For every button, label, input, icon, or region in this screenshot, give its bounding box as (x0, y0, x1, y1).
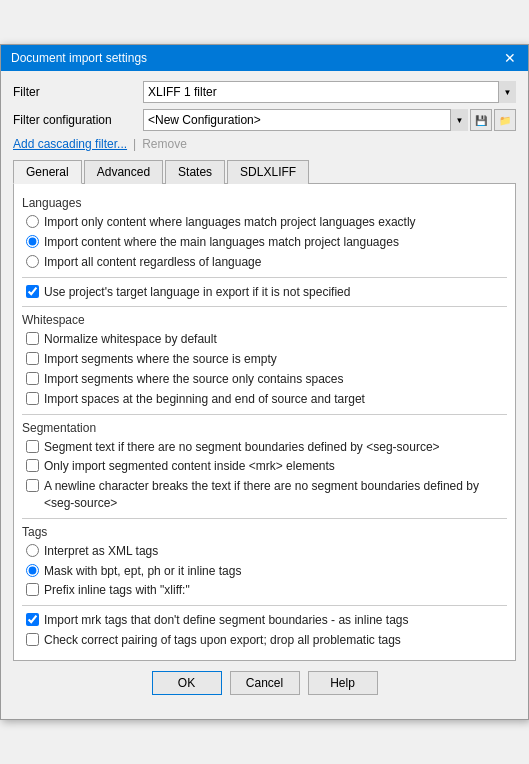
add-cascading-link[interactable]: Add cascading filter... (13, 137, 127, 151)
tabs-bar: General Advanced States SDLXLIFF (13, 159, 516, 184)
filter-config-control: <New Configuration> ▼ 💾 📁 (143, 109, 516, 131)
lang-radio-input-3[interactable] (26, 255, 39, 268)
lang-radio-input-2[interactable] (26, 235, 39, 248)
save-icon: 💾 (475, 115, 487, 126)
tab-general[interactable]: General (13, 160, 82, 184)
ws-label-2: Import segments where the source is empt… (44, 351, 277, 368)
seg-checkbox-3[interactable] (26, 479, 39, 492)
segmentation-top-divider (22, 414, 507, 415)
save-config-button[interactable]: 💾 (470, 109, 492, 131)
ws-row-3: Import segments where the source only co… (22, 371, 507, 388)
lang-checkbox-label: Use project's target language in export … (44, 284, 350, 301)
whitespace-heading: Whitespace (22, 313, 507, 327)
filter-row: Filter XLIFF 1 filter ▼ (13, 81, 516, 103)
folder-icon: 📁 (499, 115, 511, 126)
tag-check-row: Prefix inline tags with "xliff:" (22, 582, 507, 599)
filter-config-label: Filter configuration (13, 113, 143, 127)
title-bar: Document import settings ✕ (1, 45, 528, 71)
ws-checkbox-2[interactable] (26, 352, 39, 365)
seg-label-3: A newline character breaks the text if t… (44, 478, 507, 512)
tags-heading: Tags (22, 525, 507, 539)
document-import-dialog: Document import settings ✕ Filter XLIFF … (0, 44, 529, 720)
tab-advanced[interactable]: Advanced (84, 160, 163, 184)
lang-divider (22, 277, 507, 278)
remove-link: Remove (142, 137, 187, 151)
filter-config-dropdown[interactable]: <New Configuration> (143, 109, 468, 131)
ws-label-3: Import segments where the source only co… (44, 371, 343, 388)
tab-general-content: Languages Import only content where lang… (13, 184, 516, 661)
lang-radio-2: Import content where the main languages … (22, 234, 507, 251)
dialog-title: Document import settings (11, 51, 147, 65)
bot-label-1: Import mrk tags that don't define segmen… (44, 612, 409, 629)
filter-label: Filter (13, 85, 143, 99)
bottom-divider (22, 605, 507, 606)
tag-radio-1: Interpret as XML tags (22, 543, 507, 560)
bot-checkbox-1[interactable] (26, 613, 39, 626)
filter-dropdown[interactable]: XLIFF 1 filter (143, 81, 516, 103)
lang-radio-1: Import only content where languages matc… (22, 214, 507, 231)
tag-radio-input-1[interactable] (26, 544, 39, 557)
tag-radio-label-1: Interpret as XML tags (44, 543, 158, 560)
open-config-button[interactable]: 📁 (494, 109, 516, 131)
link-separator: | (133, 137, 136, 151)
lang-checkbox[interactable] (26, 285, 39, 298)
lang-radio-3: Import all content regardless of languag… (22, 254, 507, 271)
cancel-button[interactable]: Cancel (230, 671, 300, 695)
languages-heading: Languages (22, 196, 507, 210)
bot-row-2: Check correct pairing of tags upon expor… (22, 632, 507, 649)
filter-control: XLIFF 1 filter ▼ (143, 81, 516, 103)
tag-radio-input-2[interactable] (26, 564, 39, 577)
whitespace-top-divider (22, 306, 507, 307)
lang-check-row: Use project's target language in export … (22, 284, 507, 301)
filter-config-row: Filter configuration <New Configuration>… (13, 109, 516, 131)
ws-checkbox-3[interactable] (26, 372, 39, 385)
tag-check-label: Prefix inline tags with "xliff:" (44, 582, 190, 599)
tag-radio-2: Mask with bpt, ept, ph or it inline tags (22, 563, 507, 580)
ws-row-4: Import spaces at the beginning and end o… (22, 391, 507, 408)
ws-row-1: Normalize whitespace by default (22, 331, 507, 348)
tags-top-divider (22, 518, 507, 519)
links-row: Add cascading filter... | Remove (13, 137, 516, 151)
seg-row-3: A newline character breaks the text if t… (22, 478, 507, 512)
ws-label-4: Import spaces at the beginning and end o… (44, 391, 365, 408)
seg-row-1: Segment text if there are no segment bou… (22, 439, 507, 456)
ws-row-2: Import segments where the source is empt… (22, 351, 507, 368)
bot-row-1: Import mrk tags that don't define segmen… (22, 612, 507, 629)
filter-config-dropdown-wrap: <New Configuration> ▼ (143, 109, 468, 131)
segmentation-heading: Segmentation (22, 421, 507, 435)
seg-checkbox-2[interactable] (26, 459, 39, 472)
dialog-content: Filter XLIFF 1 filter ▼ Filter configura… (1, 71, 528, 719)
lang-radio-label-1: Import only content where languages matc… (44, 214, 416, 231)
ws-checkbox-4[interactable] (26, 392, 39, 405)
seg-label-1: Segment text if there are no segment bou… (44, 439, 440, 456)
tab-states[interactable]: States (165, 160, 225, 184)
tag-checkbox[interactable] (26, 583, 39, 596)
lang-radio-label-2: Import content where the main languages … (44, 234, 399, 251)
filter-dropdown-wrap: XLIFF 1 filter ▼ (143, 81, 516, 103)
lang-radio-label-3: Import all content regardless of languag… (44, 254, 261, 271)
ws-checkbox-1[interactable] (26, 332, 39, 345)
help-button[interactable]: Help (308, 671, 378, 695)
close-button[interactable]: ✕ (502, 51, 518, 65)
tag-radio-label-2: Mask with bpt, ept, ph or it inline tags (44, 563, 241, 580)
dialog-footer: OK Cancel Help (13, 661, 516, 707)
seg-checkbox-1[interactable] (26, 440, 39, 453)
lang-radio-input-1[interactable] (26, 215, 39, 228)
seg-row-2: Only import segmented content inside <mr… (22, 458, 507, 475)
bot-checkbox-2[interactable] (26, 633, 39, 646)
ws-label-1: Normalize whitespace by default (44, 331, 217, 348)
seg-label-2: Only import segmented content inside <mr… (44, 458, 335, 475)
bot-label-2: Check correct pairing of tags upon expor… (44, 632, 401, 649)
tab-sdlxliff[interactable]: SDLXLIFF (227, 160, 309, 184)
ok-button[interactable]: OK (152, 671, 222, 695)
